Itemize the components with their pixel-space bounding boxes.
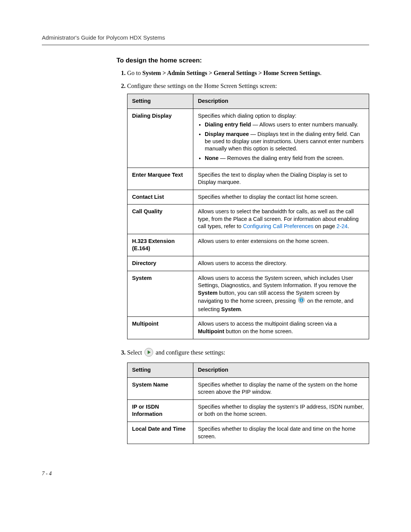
setting-name: Multipoint — [127, 317, 193, 339]
desc-part-a: Allows users to access the System screen… — [198, 275, 357, 289]
setting-name: H.323 Extension (E.164) — [127, 234, 193, 256]
setting-desc: Allows users to access the directory. — [193, 256, 369, 271]
bullet-bold: None — [205, 155, 218, 161]
info-button-icon — [298, 297, 305, 306]
col-setting: Setting — [127, 94, 193, 109]
setting-name: Contact List — [127, 190, 193, 204]
setting-name: Call Quality — [127, 204, 193, 234]
step3-text-a: Select — [127, 349, 143, 356]
setting-name: System — [127, 271, 193, 317]
table-header-row: Setting Description — [127, 94, 369, 109]
page-content: To design the home screen: Go to System … — [116, 57, 369, 444]
step2-text: Configure these settings on the Home Scr… — [127, 83, 277, 89]
desc-part-b: button on the home screen. — [224, 328, 293, 334]
table-row: Enter Marquee Text Specifies the text to… — [127, 168, 369, 190]
table-row: Contact List Specifies whether to displa… — [127, 190, 369, 204]
step1-path: System > Admin Settings > General Settin… — [142, 70, 320, 76]
table-row: System Name Specifies whether to display… — [127, 377, 369, 399]
setting-name: Directory — [127, 256, 193, 271]
svg-rect-2 — [301, 300, 302, 302]
table-row: Dialing Display Specifies which dialing … — [127, 109, 369, 168]
setting-desc: Specifies whether to display the local d… — [193, 422, 369, 444]
settings-table-2: Setting Description System Name Specifie… — [127, 363, 369, 444]
setting-name: Enter Marquee Text — [127, 168, 193, 190]
setting-desc: Allows users to enter extensions on the … — [193, 234, 369, 256]
doc-header-title: Administrator's Guide for Polycom HDX Sy… — [42, 34, 369, 41]
step3-text-b: and configure these settings: — [156, 349, 225, 356]
desc-part-d: . — [241, 306, 242, 312]
desc-bullets: Dialing entry field — Allows users to en… — [198, 121, 364, 161]
setting-desc: Allows users to select the bandwidth for… — [193, 204, 369, 234]
table-header-row: Setting Description — [127, 363, 369, 378]
setting-desc: Specifies whether to display the contact… — [193, 190, 369, 204]
desc-part-b: on page — [314, 223, 336, 229]
setting-desc: Allows users to access the multipoint di… — [193, 317, 369, 339]
svg-rect-3 — [301, 299, 302, 299]
next-arrow-icon — [144, 348, 153, 359]
table-row: System Allows users to access the System… — [127, 271, 369, 317]
setting-desc: Allows users to access the System screen… — [193, 271, 369, 317]
col-description: Description — [193, 94, 369, 109]
list-item: None — Removes the dialing entry field f… — [205, 155, 364, 162]
table-row: Directory Allows users to access the dir… — [127, 256, 369, 271]
table-row: IP or ISDN Information Specifies whether… — [127, 399, 369, 422]
link-configuring-call-prefs[interactable]: Configuring Call Preferences — [243, 223, 313, 229]
bullet-text: — Allows users to enter numbers manually… — [251, 121, 358, 128]
col-setting: Setting — [127, 363, 193, 378]
step1-text-a: Go to — [127, 70, 142, 76]
setting-desc: Specifies whether to display the name of… — [193, 377, 369, 399]
desc-part-a: Allows users to access the multipoint di… — [198, 321, 337, 327]
setting-name: System Name — [127, 377, 193, 399]
list-item: Display marquee — Displays text in the d… — [205, 131, 364, 152]
setting-name: IP or ISDN Information — [127, 399, 193, 422]
step-1: Go to System > Admin Settings > General … — [127, 69, 369, 77]
desc-part-c: . — [347, 223, 349, 229]
table-row: Call Quality Allows users to select the … — [127, 204, 369, 234]
desc-intro: Specifies which dialing option to displa… — [198, 112, 364, 120]
table-row: Multipoint Allows users to access the mu… — [127, 317, 369, 339]
step1-text-c: . — [320, 70, 322, 76]
page-number: 7 - 4 — [42, 471, 369, 477]
setting-desc: Specifies the text to display when the D… — [193, 168, 369, 190]
step-2: Configure these settings on the Home Scr… — [127, 82, 369, 339]
bullet-bold: Dialing entry field — [205, 121, 251, 128]
setting-name: Dialing Display — [127, 109, 193, 168]
document-page: Administrator's Guide for Polycom HDX Sy… — [0, 0, 411, 500]
setting-desc: Specifies which dialing option to displa… — [193, 109, 369, 168]
table-row: H.323 Extension (E.164) Allows users to … — [127, 234, 369, 256]
link-page-ref[interactable]: 2-24 — [336, 223, 347, 229]
bullet-bold: Display marquee — [205, 131, 249, 137]
section-heading: To design the home screen: — [116, 57, 369, 64]
settings-table-1: Setting Description Dialing Display Spec… — [127, 94, 369, 339]
bold-multipoint: Multipoint — [198, 328, 224, 334]
list-item: Dialing entry field — Allows users to en… — [205, 121, 364, 128]
header-rule — [42, 45, 369, 45]
col-description: Description — [193, 363, 369, 378]
bullet-text: — Removes the dialing entry field from t… — [218, 155, 344, 161]
bold-system2: System — [221, 306, 241, 312]
steps-list: Go to System > Admin Settings > General … — [116, 69, 369, 444]
step-3: Select and configure these settings: Set… — [127, 348, 369, 444]
setting-desc: Specifies whether to display the system'… — [193, 399, 369, 422]
setting-name: Local Date and Time — [127, 422, 193, 444]
bold-system: System — [198, 290, 218, 296]
table-row: Local Date and Time Specifies whether to… — [127, 422, 369, 444]
